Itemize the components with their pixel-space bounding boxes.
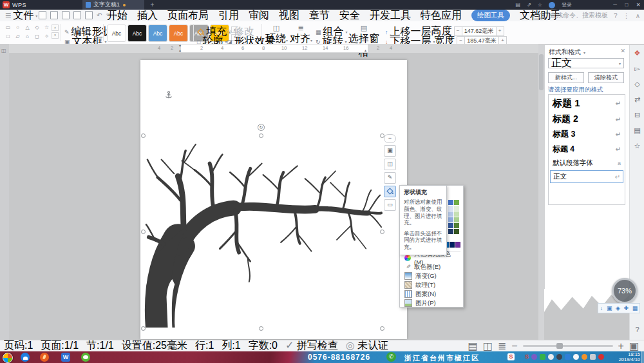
certify-status[interactable]: ◎ 未认证 (346, 339, 388, 353)
outline-pen-button[interactable]: ✎ (384, 172, 396, 184)
shape-option[interactable]: ◻ (33, 33, 41, 41)
indent-marker-left[interactable]: ▾ (179, 43, 181, 48)
tray-volume-icon[interactable] (590, 354, 596, 360)
zoom-out-button[interactable]: − (511, 340, 517, 352)
shape-style-swatch[interactable]: Abc (148, 25, 167, 42)
align-button[interactable]: ≣ 对齐▾ (290, 24, 312, 46)
shape-option[interactable]: ⌂ (23, 33, 32, 41)
shape-style-swatch[interactable]: Abc (169, 25, 188, 42)
panel-close-icon[interactable]: ✕ (620, 48, 625, 54)
tab-insert[interactable]: 插入 (137, 9, 158, 23)
style-body-selected[interactable]: 正文↵ (550, 170, 623, 183)
taskbar-wps-icon[interactable]: W (61, 353, 70, 362)
new-tab-button[interactable]: + (148, 1, 156, 9)
selection-handle-nw[interactable] (141, 133, 146, 138)
copy-icon[interactable]: ▤ (630, 123, 644, 138)
taskbar-clock[interactable]: 18:15 2019/4/10 (619, 352, 640, 362)
theme-color-swatch[interactable] (454, 200, 459, 205)
tab-home[interactable]: 开始 (107, 9, 128, 23)
tray-shield-icon[interactable] (565, 354, 571, 360)
theme-color-swatch[interactable] (448, 223, 453, 228)
style-heading3[interactable]: 标题 3↵ (549, 127, 625, 142)
theme-color-swatch[interactable] (448, 229, 453, 234)
maximize-button[interactable]: □ (621, 0, 632, 10)
spell-check-button[interactable]: ✓ 拼写检查 (285, 339, 338, 353)
shape-fill-bucket-button[interactable] (384, 186, 396, 197)
add-icon[interactable]: ✚ (624, 305, 629, 311)
theme-color-swatch[interactable] (454, 211, 459, 217)
help-icon[interactable]: ? (614, 12, 618, 19)
shape-option[interactable]: △ (23, 24, 32, 32)
selection-handle-e[interactable] (380, 230, 384, 234)
ruler-toggle-icon[interactable]: ◫ (1, 48, 8, 54)
new-doc-icon[interactable] (39, 11, 46, 19)
tray-input-method-icon[interactable] (556, 354, 562, 360)
standard-color-swatch[interactable] (455, 242, 460, 248)
wrap-style-button[interactable]: ◫ (384, 159, 396, 170)
taskbar-browser-icon[interactable] (21, 353, 30, 362)
tray-cloud-icon[interactable] (548, 354, 554, 360)
shape-option[interactable]: □ (4, 33, 12, 41)
shape-style-swatch[interactable]: Abc (128, 25, 147, 42)
shape-option[interactable]: ○ (14, 24, 22, 32)
grid-icon[interactable]: ▦ (632, 305, 638, 311)
rotate-handle[interactable]: ↻ (258, 124, 265, 131)
collapse-toolbar-button[interactable]: − (384, 134, 396, 143)
preview-icon[interactable] (85, 11, 93, 19)
style-combo[interactable]: 正文 ▾ (548, 58, 624, 68)
tray-s-icon[interactable]: S (525, 353, 529, 360)
chevron-down-icon[interactable]: ▾ (583, 50, 585, 55)
selection-handle-n[interactable] (259, 133, 263, 138)
close-button[interactable]: ✕ (632, 0, 644, 10)
theme-color-swatch[interactable] (448, 211, 453, 217)
menu-item-gradient[interactable]: 渐变(G) (400, 271, 463, 280)
theme-color-swatch[interactable] (448, 206, 453, 211)
selection-handle-sw[interactable] (141, 326, 146, 331)
show-desktop-button[interactable] (641, 351, 644, 363)
theme-color-swatch[interactable] (454, 229, 459, 234)
standard-color-swatch[interactable] (450, 242, 455, 248)
menu-item-picture[interactable]: 图片(P) (400, 299, 463, 308)
login-label[interactable]: 登录 (562, 0, 572, 10)
tab-page-layout[interactable]: 页面布局 (167, 9, 209, 23)
selection-pane-button[interactable]: ▤ 选择窗格 (348, 24, 380, 59)
tray-wifi-icon[interactable] (540, 354, 545, 360)
open-icon[interactable] (50, 11, 58, 19)
selection-handle-w[interactable] (141, 230, 146, 234)
shape-option[interactable]: ☆ (43, 24, 51, 32)
shapes-icon[interactable]: ◇ (630, 76, 644, 92)
more-icon[interactable]: ⋮ (623, 12, 630, 19)
selection-handle-s[interactable] (259, 326, 263, 331)
shape-option[interactable]: ▱ (14, 33, 22, 41)
window-icon[interactable]: ▣ (607, 305, 612, 311)
tab-view[interactable]: 视图 (279, 9, 299, 23)
file-menu[interactable]: ≡ 文件 ▾ (3, 10, 40, 21)
wrap-button[interactable]: ◫ 环绕▾ (265, 24, 287, 46)
save-icon[interactable] (62, 11, 70, 19)
print-icon[interactable] (73, 11, 81, 19)
undo-icon[interactable]: ↶ (97, 12, 102, 19)
document-scrollbar-thumb[interactable] (539, 54, 544, 90)
zoom-slider-thumb[interactable] (556, 343, 563, 349)
tab-drawing-tools-active[interactable]: 绘图工具 (471, 10, 510, 21)
status-word-count[interactable]: 字数:0 (249, 339, 278, 353)
user-avatar[interactable] (549, 2, 555, 8)
theme-color-swatch[interactable] (454, 223, 459, 228)
view-page-icon[interactable]: ▤ (468, 340, 478, 352)
tray-360-icon[interactable] (598, 354, 604, 360)
shape-option[interactable]: ✧ (43, 33, 51, 41)
gallery-up-icon[interactable]: ▴ (52, 25, 59, 31)
gallery-down-icon[interactable]: ▾ (52, 32, 59, 39)
tab-references[interactable]: 引用 (218, 9, 239, 23)
format-painter-icon[interactable]: ❖ (630, 45, 644, 61)
style-default-font[interactable]: 默认段落字体a (549, 157, 625, 170)
menu-item-texture[interactable]: 纹理(T) (400, 280, 463, 289)
taskbar-wechat-icon[interactable] (81, 353, 90, 362)
speedup-ball[interactable]: 73% (612, 278, 638, 304)
theme-color-swatch[interactable] (454, 217, 459, 222)
tray-message-icon[interactable] (573, 354, 579, 360)
fit-page-icon[interactable]: ▣ (629, 340, 639, 352)
share-icon[interactable]: ◈ (616, 305, 620, 311)
shape-style-swatch[interactable]: Abc (107, 25, 126, 42)
search-input[interactable]: 查找命令、搜索模板 (550, 11, 608, 20)
